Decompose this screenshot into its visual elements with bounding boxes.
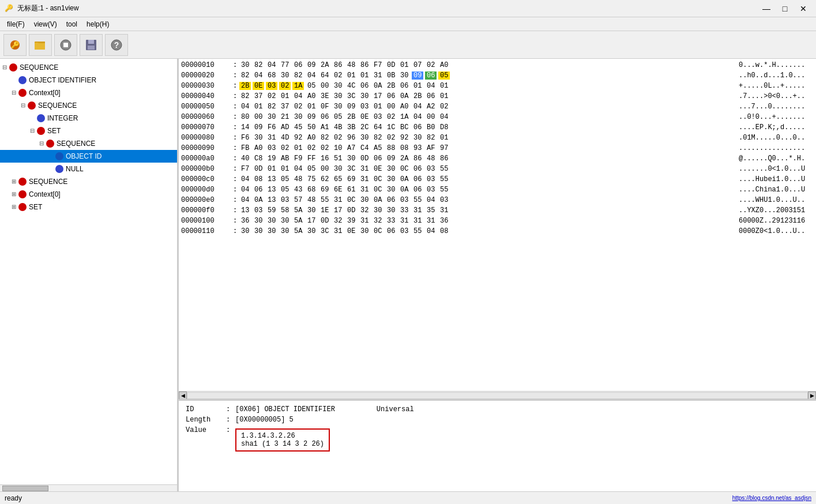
toolbar-save-button[interactable] [80,34,103,56]
hex-byte[interactable]: 01 [279,92,291,100]
tree-expand-icon[interactable]: ⊞ [9,190,18,199]
tree-expand-icon[interactable]: ⊞ [9,202,18,212]
hex-byte[interactable]: 00 [425,113,437,121]
hex-byte[interactable]: 45 [292,123,304,131]
hex-byte[interactable]: 0E [372,165,383,173]
hex-byte[interactable]: 30 [306,206,317,215]
hex-byte[interactable]: 04 [239,196,251,204]
tree-expand-icon[interactable] [9,76,18,85]
hex-byte[interactable]: 09 [385,155,397,163]
hex-byte[interactable]: 3C [345,92,357,100]
hex-byte[interactable]: 1E [319,206,330,215]
hex-byte[interactable]: 09 [345,103,357,111]
hex-byte[interactable]: 03 [253,206,264,215]
hex-byte[interactable]: 30 [359,196,370,204]
hex-byte[interactable]: 30 [253,217,264,225]
status-right-link[interactable]: https://blog.csdn.net/as_asdjsn [732,495,811,501]
hex-byte[interactable]: 19 [266,155,277,163]
hex-byte[interactable]: 2B [345,113,357,121]
hex-byte[interactable]: 04 [292,92,304,100]
hex-byte[interactable]: 68 [306,186,317,194]
hex-byte[interactable]: 06 [412,186,423,194]
hex-byte[interactable]: 09 [412,72,423,80]
hex-byte[interactable]: 93 [412,144,423,152]
hex-scroll-right-btn[interactable]: ▶ [808,392,816,400]
hex-byte[interactable]: 0C [398,165,410,173]
hex-byte[interactable]: 04 [425,82,437,90]
hex-byte[interactable]: 6E [332,186,344,194]
hex-byte[interactable]: B0 [425,123,437,131]
hex-view[interactable]: 00000010 :3082047706092A864886F70D010702… [179,59,816,391]
hex-byte[interactable]: 31 [398,217,410,225]
hex-byte[interactable]: 01 [372,103,383,111]
hex-byte[interactable]: 06 [425,92,437,100]
hex-byte[interactable]: 31 [359,186,370,194]
hex-byte[interactable]: 01 [292,144,304,152]
tree-expand-icon[interactable] [46,164,55,174]
hex-byte[interactable]: 32 [372,217,383,225]
hex-byte[interactable]: 30 [332,165,344,173]
hex-byte[interactable]: 30 [279,72,291,80]
hex-byte[interactable]: 55 [438,165,450,173]
hex-byte[interactable]: 5A [292,217,304,225]
left-scroll-thumb[interactable] [2,486,48,491]
toolbar-stop-button[interactable] [54,34,77,56]
hex-byte[interactable]: AF [425,144,437,152]
hex-byte[interactable]: 30 [306,227,317,235]
hex-byte[interactable]: 3B [345,123,357,131]
hex-byte[interactable]: 00 [253,113,264,121]
hex-byte[interactable]: BC [398,123,410,131]
hex-byte[interactable]: 02 [385,134,397,142]
hex-byte[interactable]: 05 [306,82,317,90]
toolbar-help-button[interactable]: ? [105,34,128,56]
hex-byte[interactable]: 32 [332,217,344,225]
hex-byte[interactable]: 80 [239,113,251,121]
hex-byte[interactable]: AB [279,155,291,163]
hex-byte[interactable]: 0C [345,196,357,204]
hex-byte[interactable]: FF [306,155,317,163]
hex-byte[interactable]: 36 [438,217,450,225]
tree-node[interactable]: ⊞Context[0] [0,188,177,201]
hex-byte[interactable]: 30 [385,165,397,173]
hex-scrollbar[interactable]: ◀ ▶ [179,391,816,399]
hex-byte[interactable]: 4D [279,134,291,142]
hex-byte[interactable]: 13 [266,196,277,204]
hex-byte[interactable]: 86 [359,61,370,69]
hex-byte[interactable]: 61 [345,186,357,194]
tree-expand-icon[interactable]: ⊞ [9,177,18,186]
hex-byte[interactable]: 30 [412,134,423,142]
hex-byte[interactable]: 40 [239,155,251,163]
hex-byte[interactable]: 30 [398,72,410,80]
hex-byte[interactable]: 03 [438,196,450,204]
tree-node[interactable]: ⊟Context[0] [0,86,177,99]
hex-byte[interactable]: A5 [372,144,383,152]
menu-help[interactable]: help(H) [82,19,114,29]
hex-byte[interactable]: 13 [239,206,251,215]
hex-byte[interactable]: 09 [306,61,317,69]
tree-node[interactable]: INTEGER [0,112,177,125]
hex-byte[interactable]: 0D [253,165,264,173]
hex-byte[interactable]: 02 [425,61,437,69]
tree-node[interactable]: ⊟SEQUENCE [0,99,177,112]
tree-expand-icon[interactable]: ⊟ [9,88,18,97]
hex-byte[interactable]: 2B [239,82,251,90]
hex-byte[interactable]: 5A [292,206,304,215]
hex-byte[interactable]: 01 [438,82,450,90]
hex-byte[interactable]: 30 [332,82,344,90]
hex-byte[interactable]: 03 [266,82,277,90]
hex-byte[interactable]: 2B [385,82,397,90]
hex-byte[interactable]: 0D [385,61,397,69]
tree-node[interactable]: ⊞SEQUENCE [0,175,177,188]
hex-byte[interactable]: 03 [425,186,437,194]
hex-byte[interactable]: 02 [292,103,304,111]
hex-byte[interactable]: 77 [279,61,291,69]
toolbar-open-button[interactable] [29,34,52,56]
hex-byte[interactable]: 06 [385,196,397,204]
hex-byte[interactable]: 2A [398,155,410,163]
tree-node[interactable]: ⊞SET [0,201,177,213]
hex-byte[interactable]: 08 [253,175,264,183]
hex-byte[interactable]: 30 [266,217,277,225]
tree-node[interactable]: NULL [0,163,177,175]
hex-byte[interactable]: 14 [239,123,251,131]
hex-byte[interactable]: 92 [398,134,410,142]
